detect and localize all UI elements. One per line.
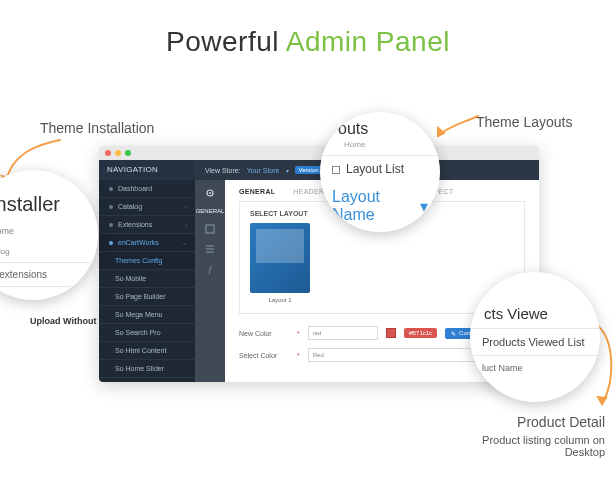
pencil-icon: ✎ (451, 330, 456, 337)
sidebar-item-so-page-builder[interactable]: So Page Builder (99, 287, 195, 305)
mag-layout-sub: Home (320, 140, 440, 155)
zoom-dot[interactable] (125, 150, 131, 156)
new-color-input[interactable]: red (308, 326, 378, 340)
label-theme-installation: Theme Installation (40, 120, 154, 136)
chevron-right-icon: › (185, 204, 187, 210)
magnifier-product-detail: cts Viewe Products Viewed List luct Name (470, 272, 600, 402)
required-asterisk: * (297, 330, 300, 337)
mag-install-row-extensions: our extensions (0, 263, 98, 287)
sidebar-item-label: So Mobile (115, 275, 146, 282)
title-prefix: Powerful (166, 26, 286, 57)
sidebar-item-catalog[interactable]: Catalog› (99, 197, 195, 215)
window-titlebar (99, 146, 539, 160)
required-asterisk: * (297, 352, 300, 359)
crumb-store[interactable]: Your Store (247, 167, 280, 174)
sidebar-item-label: So Mega Menu (115, 311, 162, 318)
facebook-icon[interactable]: f (205, 264, 215, 274)
layout-name-link: Layout Name (332, 188, 420, 224)
label-theme-layouts: Theme Layouts (476, 114, 573, 130)
close-dot[interactable] (105, 150, 111, 156)
layout-thumb-1[interactable] (250, 223, 310, 293)
label-product-detail: Product Detail Product listing column on… (465, 414, 605, 458)
mag-install-row-catalog: Catalog (0, 241, 98, 263)
minimize-dot[interactable] (115, 150, 121, 156)
chevron-down-icon: ▾ (286, 167, 289, 174)
magnifier-installer: Installer Home Catalog our extensions (0, 170, 98, 300)
gear-icon[interactable] (205, 188, 215, 198)
layout-caption-1: Layout 1 (250, 297, 310, 303)
chevron-right-icon: › (185, 222, 187, 228)
vertical-tab-strip: GENERAL f (195, 180, 225, 382)
sidebar-item-label: Dashboard (118, 185, 152, 192)
sidebar-item-extensions[interactable]: Extensions› (99, 215, 195, 233)
sidebar-item-themes-config[interactable]: Themes Config (99, 251, 195, 269)
sidebar-item-label: enCartWorks (118, 239, 159, 246)
mag-layout-list-row: Layout List (320, 155, 440, 182)
sidebar-item-label: Catalog (118, 203, 142, 210)
tag-icon (109, 205, 113, 209)
crumb-label: View Store: (205, 167, 241, 174)
select-color-label: Select Color (239, 352, 289, 359)
color-swatch[interactable] (386, 328, 396, 338)
sidebar-item-so-html-content[interactable]: So Html Content (99, 341, 195, 359)
vstrip-general-label: GENERAL (196, 208, 225, 214)
sidebar-item-so-search-pro[interactable]: So Search Pro (99, 323, 195, 341)
label-detail-title: Product Detail (465, 414, 605, 430)
select-color-value: Red (313, 352, 324, 358)
sidebar-item-encartworks[interactable]: enCartWorks⌄ (99, 233, 195, 251)
checkbox-icon[interactable] (332, 166, 340, 174)
magnifier-layouts: outs Home Layout List Layout Name ▾ (320, 112, 440, 232)
puzzle-icon (109, 223, 113, 227)
title-accent: Admin Panel (286, 26, 450, 57)
sidebar-item-label: So Html Content (115, 347, 166, 354)
tab-header[interactable]: HEADER (293, 188, 324, 195)
svg-point-1 (209, 192, 211, 194)
sidebar-item-so-home-slider[interactable]: So Home Slider (99, 359, 195, 377)
sidebar-item-label: So Search Pro (115, 329, 161, 336)
sidebar-item-label: So Home Slider (115, 365, 164, 372)
dashboard-icon (109, 187, 113, 191)
mag-detail-list-row: Products Viewed List (470, 328, 600, 355)
sidebar-item-dashboard[interactable]: Dashboard (99, 179, 195, 197)
list-icon[interactable] (205, 244, 215, 254)
select-color-dropdown[interactable]: Red ▾ (308, 348, 498, 362)
mag-detail-name-row: luct Name (470, 355, 600, 380)
tab-general[interactable]: GENERAL (239, 188, 275, 195)
cart-icon (109, 241, 113, 245)
layout-icon[interactable] (205, 224, 215, 234)
page-title: Powerful Admin Panel (0, 26, 616, 58)
sidebar-header: NAVIGATION (99, 160, 195, 179)
sidebar-item-label: Extensions (118, 221, 152, 228)
mag-detail-title: cts Viewe (470, 295, 600, 328)
label-detail-sub: Product listing column on Desktop (465, 434, 605, 458)
sidebar-item-so-mobile[interactable]: So Mobile (99, 269, 195, 287)
sidebar-item-so-mega-menu[interactable]: So Mega Menu (99, 305, 195, 323)
sidebar-item-so-newsletter[interactable]: So Newsletter (99, 377, 195, 382)
mag-layout-title: outs (320, 114, 440, 140)
sidebar: NAVIGATION Dashboard Catalog› Extensions… (99, 160, 195, 382)
sidebar-item-label: So Page Builder (115, 293, 166, 300)
arrow-layouts (432, 112, 482, 142)
mag-install-title: Installer Home (0, 183, 98, 241)
chevron-down-icon: ⌄ (182, 239, 187, 246)
sidebar-item-label: Themes Config (115, 257, 162, 264)
new-color-label: New Color (239, 330, 289, 337)
hex-badge: #B71c1c (404, 328, 437, 338)
svg-rect-2 (206, 225, 214, 233)
